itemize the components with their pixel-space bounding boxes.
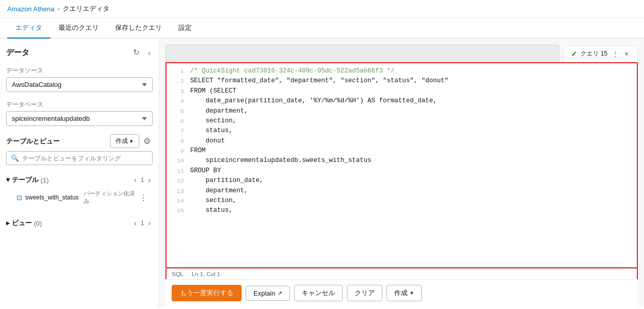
- code-line-2: 2 SELECT "formatted_date", "department",…: [167, 76, 637, 86]
- datasource-label: データソース: [6, 66, 153, 75]
- code-line-9: 9 FROM: [167, 146, 637, 156]
- create-button-label: 作成: [116, 137, 128, 146]
- tab-recent[interactable]: 最近のクエリ: [50, 18, 107, 39]
- tables-nav-right[interactable]: ›: [146, 176, 153, 184]
- table-item-left: ⊡ sweets_with_status パーティション化済み: [16, 190, 138, 205]
- status-lang: SQL: [172, 271, 183, 277]
- views-header[interactable]: ▶ ビュー (0) ‹ 1 ›: [6, 216, 153, 230]
- code-line-12: 12 partition_date,: [167, 176, 637, 186]
- table-views-section: テーブルとビュー 作成 ▼ ⚙ 🔍: [6, 132, 153, 165]
- views-nav-page: 1: [141, 220, 144, 227]
- query-tab-label: クエリ 15: [580, 49, 608, 58]
- create-query-label: 作成: [394, 288, 408, 298]
- views-nav-right[interactable]: ›: [146, 219, 153, 227]
- search-input[interactable]: [22, 155, 148, 162]
- tables-count: (1): [41, 176, 49, 184]
- more-horiz-icon: ⋮: [612, 50, 619, 58]
- sidebar: データ ↻ ‹ データソース AwsDataCatalog データベース spi…: [0, 39, 159, 306]
- collapse-icon: ‹: [148, 48, 151, 57]
- views-nav-left[interactable]: ‹: [132, 219, 139, 227]
- code-line-8: 8 donut: [167, 136, 637, 146]
- status-position: Ln 1, Col 1: [192, 271, 220, 277]
- code-line-4: 4 date_parse(partition_date, '%Y/%m/%d/%…: [167, 96, 637, 106]
- query-tab-status-icon: ✓: [571, 50, 577, 58]
- main-tabs: エディタ 最近のクエリ 保存したクエリ 設定: [0, 18, 644, 39]
- code-line-5: 5 department,: [167, 106, 637, 116]
- query-tab-more-button[interactable]: ⋮: [611, 50, 620, 58]
- table-item-sweets[interactable]: ⊡ sweets_with_status パーティション化済み ⋮: [6, 187, 153, 208]
- breadcrumb-bar: Amazon Athena › クエリエディタ: [0, 0, 644, 18]
- settings-button[interactable]: ⚙: [141, 135, 153, 147]
- tab-saved[interactable]: 保存したクエリ: [107, 18, 170, 39]
- code-line-6: 6 section,: [167, 116, 637, 126]
- external-link-icon: ↗: [278, 290, 282, 297]
- main-layout: データ ↻ ‹ データソース AwsDataCatalog データベース spi…: [0, 39, 644, 306]
- create-chevron-icon: ▼: [129, 139, 134, 144]
- code-line-15: 15 status,: [167, 206, 637, 215]
- views-chevron-icon: ▶: [6, 221, 10, 226]
- views-count: (0): [34, 220, 42, 227]
- table-views-header: テーブルとビュー 作成 ▼ ⚙: [6, 134, 153, 148]
- editor-area: ✓ クエリ 15 ⋮ ✕ 1 /* QuickSight cad73016-32…: [159, 39, 644, 306]
- code-line-1: 1 /* QuickSight cad73016-324c-409c-95dc-…: [167, 66, 637, 76]
- tables-chevron-icon: ▶: [6, 178, 11, 182]
- datasource-select[interactable]: AwsDataCatalog: [6, 77, 153, 92]
- tables-group: ▶ テーブル (1) ‹ 1 › ⊡ sweets_with_status パー…: [6, 173, 153, 208]
- code-line-7: 7 status,: [167, 126, 637, 136]
- empty-tab-space: [165, 45, 559, 62]
- views-nav: ‹ 1 ›: [132, 219, 153, 227]
- clear-button[interactable]: クリア: [347, 285, 382, 301]
- code-editor-wrapper: 1 /* QuickSight cad73016-324c-409c-95dc-…: [165, 62, 638, 268]
- cancel-button[interactable]: キャンセル: [294, 285, 343, 301]
- breadcrumb-home[interactable]: Amazon Athena: [7, 5, 54, 13]
- status-bar: SQL Ln 1, Col 1: [165, 268, 638, 279]
- tables-nav-page: 1: [141, 176, 144, 184]
- table-views-actions: 作成 ▼ ⚙: [110, 134, 153, 148]
- search-box: 🔍: [6, 151, 153, 165]
- table-views-title: テーブルとビュー: [6, 137, 60, 146]
- views-header-left: ▶ ビュー (0): [6, 219, 42, 228]
- explain-button[interactable]: Explain ↗: [246, 286, 290, 301]
- views-title: ビュー: [12, 219, 32, 228]
- tab-settings[interactable]: 設定: [170, 18, 200, 39]
- query-tab-close-button[interactable]: ✕: [623, 50, 630, 58]
- database-select[interactable]: spiceincrementalupdatedb: [6, 111, 153, 126]
- code-editor[interactable]: 1 /* QuickSight cad73016-324c-409c-95dc-…: [167, 63, 637, 219]
- tables-header-left: ▶ テーブル (1): [6, 175, 49, 185]
- table-item-name: sweets_with_status: [25, 194, 79, 201]
- refresh-icon: ↻: [133, 48, 140, 57]
- sidebar-icons: ↻ ‹: [131, 47, 153, 58]
- tab-editor[interactable]: エディタ: [7, 18, 50, 39]
- views-group: ▶ ビュー (0) ‹ 1 ›: [6, 216, 153, 230]
- breadcrumb-current: クエリエディタ: [63, 4, 109, 13]
- datasource-section: データソース AwsDataCatalog: [6, 64, 153, 92]
- collapse-button[interactable]: ‹: [146, 47, 153, 58]
- create-button[interactable]: 作成 ▼: [110, 134, 139, 148]
- code-line-10: 10 spiceincrementalupdatedb.sweets_with_…: [167, 156, 637, 166]
- sidebar-title: データ: [6, 48, 29, 58]
- gear-icon: ⚙: [143, 137, 151, 146]
- code-line-11: 11 GROUP BY: [167, 166, 637, 176]
- close-icon: ✕: [624, 50, 629, 58]
- tables-nav-left[interactable]: ‹: [132, 176, 139, 184]
- run-again-button[interactable]: もう一度実行する: [172, 285, 242, 301]
- create-query-chevron: ▼: [410, 290, 414, 296]
- table-icon: ⊡: [16, 194, 22, 202]
- refresh-button[interactable]: ↻: [131, 47, 142, 58]
- more-icon: ⋮: [139, 193, 148, 202]
- query-tabs: ✓ クエリ 15 ⋮ ✕: [165, 45, 638, 62]
- partition-badge: パーティション化済み: [84, 190, 138, 205]
- query-tab-active[interactable]: ✓ クエリ 15 ⋮ ✕: [563, 46, 638, 61]
- table-item-menu[interactable]: ⋮: [138, 193, 149, 203]
- explain-label: Explain: [253, 289, 275, 297]
- create-query-button[interactable]: 作成 ▼: [387, 285, 422, 301]
- search-icon: 🔍: [11, 154, 19, 162]
- action-bar: もう一度実行する Explain ↗ キャンセル クリア 作成 ▼: [165, 279, 638, 306]
- tables-header[interactable]: ▶ テーブル (1) ‹ 1 ›: [6, 173, 153, 187]
- tables-title: テーブル: [12, 175, 39, 185]
- sidebar-header: データ ↻ ‹: [6, 47, 153, 58]
- code-line-3: 3 FROM (SELECT: [167, 86, 637, 96]
- breadcrumb-separator: ›: [58, 5, 60, 12]
- database-section: データベース spiceincrementalupdatedb: [6, 98, 153, 126]
- tables-nav: ‹ 1 ›: [132, 176, 153, 184]
